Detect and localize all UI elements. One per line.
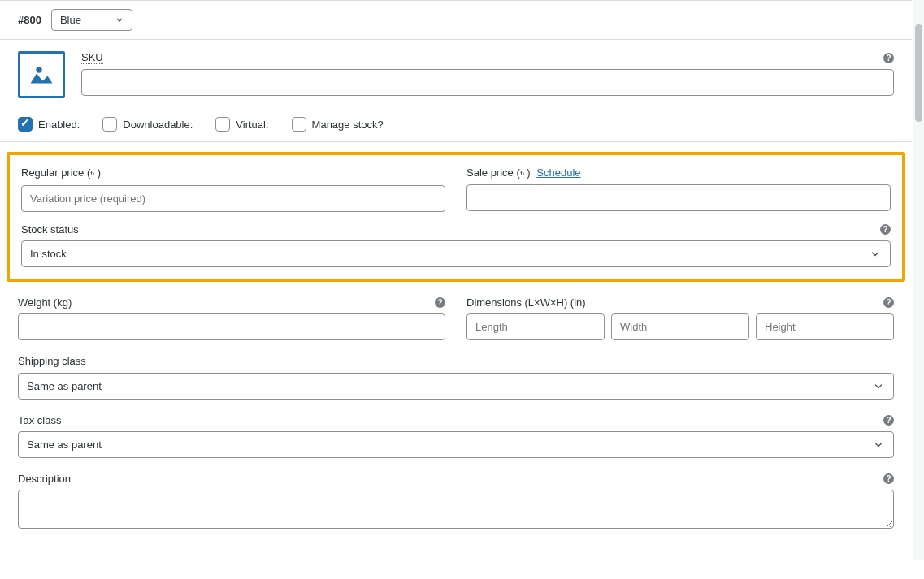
stock-status-select[interactable]: In stock xyxy=(21,240,891,267)
options-row: Enabled: Downloadable: Virtual: Manage s… xyxy=(0,107,912,142)
downloadable-checkbox[interactable] xyxy=(102,117,117,132)
weight-label: Weight (kg) xyxy=(18,296,72,309)
sku-label: SKU xyxy=(81,51,103,64)
weight-input[interactable] xyxy=(18,313,445,340)
variation-image-upload[interactable] xyxy=(18,51,65,98)
manage-stock-checkbox[interactable] xyxy=(292,117,306,132)
regular-price-label: Regular price (৳ ) xyxy=(21,166,445,180)
image-placeholder-icon xyxy=(27,60,56,89)
help-icon[interactable]: ? xyxy=(883,297,894,308)
help-icon[interactable]: ? xyxy=(883,415,894,426)
help-icon[interactable]: ? xyxy=(883,473,894,484)
shipping-class-label: Shipping class xyxy=(18,355,894,368)
downloadable-label: Downloadable: xyxy=(123,119,193,131)
scrollbar-track[interactable] xyxy=(913,0,924,560)
dimensions-label: Dimensions (L×W×H) (in) xyxy=(466,296,586,309)
enabled-checkbox[interactable] xyxy=(18,117,33,132)
height-input[interactable] xyxy=(756,313,894,340)
help-icon[interactable]: ? xyxy=(435,297,445,308)
attribute-color-select[interactable]: Blue xyxy=(51,9,132,31)
enabled-label: Enabled: xyxy=(38,119,80,131)
price-stock-highlight: Regular price (৳ ) Sale price (৳ ) Sched… xyxy=(7,152,905,282)
tax-class-select[interactable]: Same as parent xyxy=(18,431,894,458)
manage-stock-checkbox-wrap[interactable]: Manage stock? xyxy=(292,117,384,132)
virtual-checkbox[interactable] xyxy=(215,117,230,132)
length-input[interactable] xyxy=(466,313,605,340)
regular-price-input[interactable] xyxy=(21,185,445,212)
stock-status-label: Stock status xyxy=(21,223,79,235)
scrollbar-thumb[interactable] xyxy=(915,24,922,122)
help-icon[interactable]: ? xyxy=(880,224,891,235)
variation-header: #800 Blue xyxy=(0,0,912,40)
svg-point-1 xyxy=(36,67,42,73)
description-label: Description xyxy=(18,473,71,485)
sku-input[interactable] xyxy=(81,69,894,96)
virtual-label: Virtual: xyxy=(236,119,268,131)
sale-price-input[interactable] xyxy=(466,184,891,211)
width-input[interactable] xyxy=(611,313,749,340)
shipping-class-select[interactable]: Same as parent xyxy=(18,373,894,400)
tax-class-label: Tax class xyxy=(18,414,61,426)
schedule-link[interactable]: Schedule xyxy=(536,166,580,179)
sale-price-label: Sale price (৳ ) xyxy=(466,166,531,179)
help-icon[interactable]: ? xyxy=(883,53,894,63)
virtual-checkbox-wrap[interactable]: Virtual: xyxy=(215,117,268,132)
variation-id: #800 xyxy=(18,14,41,26)
downloadable-checkbox-wrap[interactable]: Downloadable: xyxy=(102,117,193,132)
enabled-checkbox-wrap[interactable]: Enabled: xyxy=(18,117,80,132)
description-textarea[interactable] xyxy=(18,490,894,529)
manage-stock-label: Manage stock? xyxy=(312,119,384,131)
